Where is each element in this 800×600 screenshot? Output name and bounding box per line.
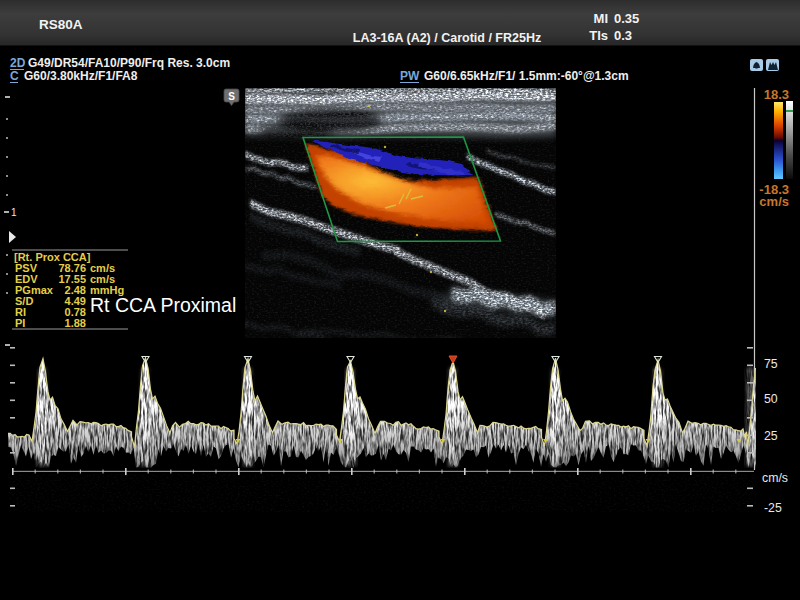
svg-text:25: 25 — [764, 429, 778, 443]
svg-text:18.3: 18.3 — [764, 87, 789, 102]
svg-text:G49/DR54/FA10/P90/Frq Res. 3.0: G49/DR54/FA10/P90/Frq Res. 3.0cm — [28, 56, 230, 70]
svg-text:PW: PW — [400, 69, 420, 83]
svg-text:MI: MI — [594, 11, 608, 26]
svg-text:cm/s: cm/s — [759, 194, 789, 209]
svg-text:Rt CCA Proximal: Rt CCA Proximal — [90, 294, 236, 316]
svg-text:2D: 2D — [10, 56, 26, 70]
svg-text:50: 50 — [764, 392, 778, 406]
svg-text:cm/s: cm/s — [762, 471, 788, 485]
svg-text:TIs: TIs — [589, 28, 608, 43]
svg-text:C: C — [10, 69, 19, 83]
svg-text:PI: PI — [15, 317, 25, 329]
svg-text:G60/3.80kHz/F1/FA8: G60/3.80kHz/F1/FA8 — [24, 69, 138, 83]
svg-text:LA3-16A (A2) / Carotid / FR25H: LA3-16A (A2) / Carotid / FR25Hz — [353, 31, 541, 45]
svg-text:S: S — [228, 91, 235, 102]
svg-text:G60/6.65kHz/F1/ 1.5mm:-60°@1.3: G60/6.65kHz/F1/ 1.5mm:-60°@1.3cm — [424, 69, 629, 83]
svg-text:75: 75 — [764, 357, 778, 371]
svg-text:1: 1 — [11, 207, 17, 218]
svg-text:RS80A: RS80A — [39, 17, 83, 32]
svg-text:1.88: 1.88 — [65, 317, 86, 329]
svg-text:-25: -25 — [764, 501, 782, 515]
svg-text:0.3: 0.3 — [614, 28, 632, 43]
svg-text:0.35: 0.35 — [614, 11, 639, 26]
